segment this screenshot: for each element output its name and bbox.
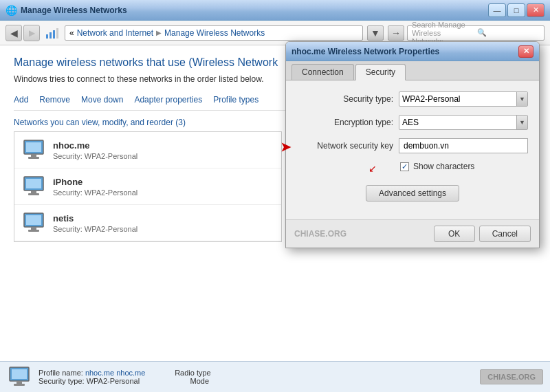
network-item-netis[interactable]: netis Security: WPA2-Personal bbox=[14, 205, 281, 241]
dialog-title-bar: nhoc.me Wireless Network Properties ✕ bbox=[286, 42, 539, 61]
title-bar-icon: 🌐 bbox=[6, 5, 16, 16]
nav-buttons: ◀ ▶ bbox=[6, 25, 40, 41]
search-icon[interactable]: 🔍 bbox=[477, 28, 540, 37]
profile-label: Profile name: bbox=[38, 369, 83, 377]
ok-button[interactable]: OK bbox=[434, 226, 475, 242]
network-item-nhocme[interactable]: nhoc.me Security: WPA2-Personal bbox=[14, 132, 281, 168]
network-key-input[interactable]: dembuon.vn bbox=[399, 138, 528, 153]
address-refresh-button[interactable]: → bbox=[388, 25, 404, 41]
network-properties-dialog: nhoc.me Wireless Network Properties ✕ Co… bbox=[285, 41, 540, 248]
arrow-indicator-1: ➤ bbox=[280, 140, 291, 155]
svg-rect-5 bbox=[26, 142, 41, 152]
path-network-internet[interactable]: Network and Internet bbox=[77, 28, 153, 38]
forward-button[interactable]: ▶ bbox=[23, 25, 40, 41]
minimize-button[interactable]: — bbox=[488, 3, 506, 17]
encryption-type-control: AES ▼ bbox=[399, 115, 528, 130]
status-profile-row: Profile name: nhoc.me nhoc.me Radio type bbox=[38, 369, 473, 377]
chiase-badge: CHIASE.ORG bbox=[480, 369, 543, 384]
encryption-type-row: Encryption type: AES ▼ bbox=[297, 115, 528, 130]
cancel-button[interactable]: Cancel bbox=[479, 226, 531, 242]
maximize-button[interactable]: □ bbox=[507, 3, 525, 17]
dialog-chiase-label: CHIASE.ORG bbox=[294, 229, 346, 239]
title-bar-text: Manage Wireless Networks bbox=[21, 6, 488, 15]
svg-rect-6 bbox=[31, 154, 36, 157]
advanced-settings-wrap: Advanced settings bbox=[297, 185, 528, 202]
network-icon-netis bbox=[21, 210, 46, 235]
svg-rect-9 bbox=[26, 179, 41, 188]
svg-rect-0 bbox=[46, 34, 48, 39]
mode-label: Mode bbox=[190, 377, 210, 385]
search-box[interactable]: Search Manage Wireless Networks 🔍 bbox=[407, 25, 544, 41]
security-type-select[interactable]: WPA2-Personal ▼ bbox=[399, 91, 528, 107]
security-type-label: Security type: bbox=[297, 94, 393, 104]
show-characters-label: Show characters bbox=[413, 162, 474, 171]
show-characters-checkbox[interactable]: ✓ bbox=[400, 162, 409, 171]
path-separator: « bbox=[69, 28, 74, 38]
network-name-netis: netis bbox=[53, 213, 138, 224]
path-manage-wireless[interactable]: Manage Wireless Networks bbox=[164, 28, 265, 38]
network-key-label: Network security key bbox=[297, 141, 393, 151]
security-type-control: WPA2-Personal ▼ bbox=[399, 91, 528, 107]
encryption-type-dropdown-arrow[interactable]: ▼ bbox=[516, 116, 527, 129]
svg-rect-15 bbox=[28, 230, 39, 232]
network-icon-iphone bbox=[21, 174, 46, 199]
move-down-button[interactable]: Move down bbox=[81, 94, 123, 106]
dialog-action-buttons: OK Cancel bbox=[434, 226, 531, 242]
security-type-value: WPA2-Personal bbox=[87, 377, 140, 385]
encryption-type-select[interactable]: AES ▼ bbox=[399, 115, 528, 130]
network-name-iphone: iPhone bbox=[53, 177, 138, 187]
title-bar: 🌐 Manage Wireless Networks — □ ✕ bbox=[0, 0, 550, 21]
dialog-title-text: nhoc.me Wireless Network Properties bbox=[292, 47, 518, 56]
add-button[interactable]: Add bbox=[14, 94, 28, 106]
dialog-tabs: Connection Security bbox=[286, 61, 539, 80]
window-close-button[interactable]: ✕ bbox=[527, 3, 544, 17]
tab-connection[interactable]: Connection bbox=[292, 64, 354, 80]
network-info-nhocme: nhoc.me Security: WPA2-Personal bbox=[53, 140, 138, 160]
show-characters-row: ✓ Show characters bbox=[400, 162, 528, 171]
advanced-settings-button[interactable]: Advanced settings bbox=[366, 185, 459, 202]
dialog-content: Security type: WPA2-Personal ▼ Encryptio… bbox=[286, 80, 539, 219]
encryption-type-value: AES bbox=[402, 118, 419, 127]
show-chars-container: ↙ ✓ Show characters bbox=[297, 162, 528, 171]
security-key-container: ➤ Network security key dembuon.vn bbox=[297, 138, 528, 153]
status-security-row: Security type: WPA2-Personal Mode bbox=[38, 377, 473, 385]
svg-rect-19 bbox=[14, 384, 25, 386]
network-security-netis: Security: WPA2-Personal bbox=[53, 225, 138, 233]
network-security-nhocme: Security: WPA2-Personal bbox=[53, 152, 138, 160]
svg-rect-7 bbox=[28, 157, 39, 159]
profile-name: nhoc.me bbox=[85, 369, 114, 377]
network-name-nhocme: nhoc.me bbox=[53, 140, 138, 151]
svg-rect-2 bbox=[53, 30, 55, 39]
dialog-close-button[interactable]: ✕ bbox=[518, 45, 534, 58]
back-button[interactable]: ◀ bbox=[6, 25, 22, 41]
radio-type-label: Radio type bbox=[175, 369, 211, 377]
network-info-netis: netis Security: WPA2-Personal bbox=[53, 213, 138, 233]
tab-security[interactable]: Security bbox=[355, 64, 406, 80]
svg-rect-3 bbox=[56, 28, 58, 39]
adapter-properties-button[interactable]: Adapter properties bbox=[134, 94, 202, 106]
dialog-bottom: CHIASE.ORG OK Cancel bbox=[286, 219, 539, 248]
status-network-icon bbox=[7, 366, 32, 388]
remove-button[interactable]: Remove bbox=[39, 94, 70, 106]
profile-types-button[interactable]: Profile types bbox=[213, 94, 258, 106]
status-bar: Profile name: nhoc.me nhoc.me Radio type… bbox=[0, 361, 550, 392]
title-bar-buttons: — □ ✕ bbox=[488, 3, 544, 17]
network-item-iphone[interactable]: iPhone Security: WPA2-Personal bbox=[14, 168, 281, 205]
path-separator-2: ▶ bbox=[156, 29, 162, 36]
svg-rect-11 bbox=[28, 193, 39, 195]
svg-rect-18 bbox=[16, 381, 22, 384]
network-key-value: dembuon.vn bbox=[404, 141, 449, 151]
address-dropdown-button[interactable]: ▼ bbox=[367, 25, 384, 41]
network-info-iphone: iPhone Security: WPA2-Personal bbox=[53, 177, 138, 197]
status-info: Profile name: nhoc.me nhoc.me Radio type… bbox=[38, 369, 473, 385]
network-icon-nhocme bbox=[21, 138, 46, 162]
security-type-dropdown-arrow[interactable]: ▼ bbox=[516, 92, 527, 106]
signal-icon bbox=[45, 26, 59, 40]
security-type-value: WPA2-Personal bbox=[402, 94, 460, 104]
arrow-indicator-2: ↙ bbox=[368, 163, 377, 174]
address-path[interactable]: « Network and Internet ▶ Manage Wireless… bbox=[65, 25, 363, 41]
svg-rect-13 bbox=[26, 215, 41, 225]
network-key-row: Network security key dembuon.vn bbox=[297, 138, 528, 153]
network-list: nhoc.me Security: WPA2-Personal iPhone S… bbox=[14, 131, 282, 242]
encryption-type-label: Encryption type: bbox=[297, 118, 393, 127]
